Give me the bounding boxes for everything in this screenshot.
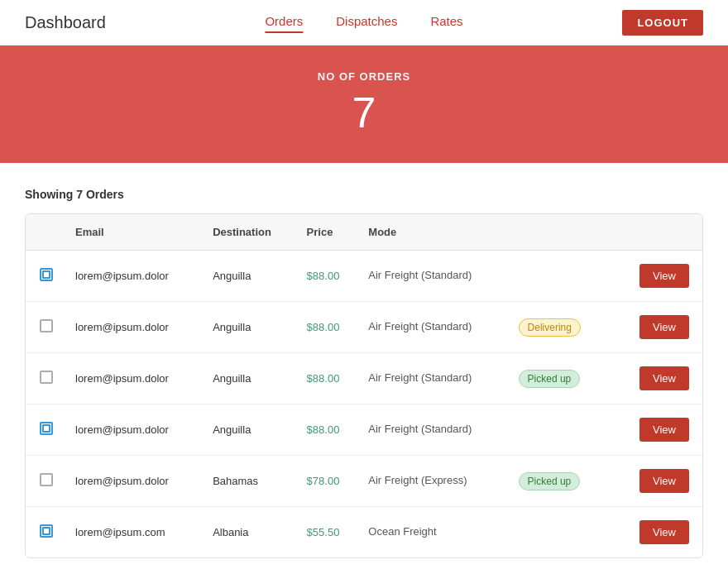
row-status [510, 507, 614, 558]
table-row: lorem@ipsum.dolorAnguilla$88.00Air Freig… [26, 251, 702, 302]
row-email: lorem@ipsum.dolor [67, 404, 204, 456]
checkbox-cell [26, 353, 67, 404]
content-area: Showing 7 Orders Email Destination Price… [0, 179, 728, 574]
row-mode: Air Freight (Standard) [360, 251, 510, 302]
checkbox-cell [26, 404, 67, 456]
row-price: $88.00 [299, 251, 361, 302]
orders-table-container: Email Destination Price Mode lorem@ipsum… [25, 213, 703, 558]
row-action: View [614, 251, 702, 302]
orders-table: Email Destination Price Mode lorem@ipsum… [26, 214, 702, 557]
row-email: lorem@ipsum.com [67, 507, 204, 558]
view-button[interactable]: View [639, 469, 689, 493]
checkbox-cell [26, 251, 67, 302]
row-destination: Anguilla [204, 353, 298, 404]
row-checkbox[interactable] [40, 473, 53, 486]
nav-tabs: OrdersDispatchesRates [265, 14, 462, 31]
showing-label: Showing 7 Orders [25, 188, 703, 201]
row-price: $88.00 [299, 353, 361, 404]
row-action: View [614, 302, 702, 353]
col-destination: Destination [204, 214, 298, 251]
row-email: lorem@ipsum.dolor [67, 456, 204, 507]
row-checkbox[interactable] [40, 319, 53, 332]
row-status: Picked up [510, 353, 614, 404]
row-destination: Anguilla [204, 251, 298, 302]
table-row: lorem@ipsum.dolorAnguilla$88.00Air Freig… [26, 404, 702, 456]
row-action: View [614, 353, 702, 404]
table-row: lorem@ipsum.dolorAnguilla$88.00Air Freig… [26, 353, 702, 404]
row-email: lorem@ipsum.dolor [67, 251, 204, 302]
orders-banner: NO OF ORDERS 7 [0, 45, 728, 163]
row-email: lorem@ipsum.dolor [67, 353, 204, 404]
view-button[interactable]: View [639, 366, 689, 390]
col-status [510, 214, 614, 251]
row-status [510, 251, 614, 302]
row-action: View [614, 404, 702, 456]
banner-count: 7 [0, 91, 728, 134]
table-body: lorem@ipsum.dolorAnguilla$88.00Air Freig… [26, 251, 702, 558]
status-badge: Picked up [519, 472, 581, 490]
checkbox-cell [26, 456, 67, 507]
row-price: $55.50 [299, 507, 361, 558]
row-email: lorem@ipsum.dolor [67, 302, 204, 353]
col-mode: Mode [360, 214, 510, 251]
row-price: $78.00 [299, 456, 361, 507]
table-row: lorem@ipsum.comAlbania$55.50Ocean Freigh… [26, 507, 702, 558]
table-row: lorem@ipsum.dolorBahamas$78.00Air Freigh… [26, 456, 702, 507]
checkbox-cell [26, 302, 67, 353]
row-price: $88.00 [299, 302, 361, 353]
table-header: Email Destination Price Mode [26, 214, 702, 251]
nav-tab-rates[interactable]: Rates [430, 14, 462, 31]
row-status [510, 404, 614, 456]
row-action: View [614, 456, 702, 507]
view-button[interactable]: View [639, 315, 689, 339]
row-status: Delivering [510, 302, 614, 353]
banner-label: NO OF ORDERS [0, 70, 728, 83]
page-title: Dashboard [25, 13, 106, 32]
row-checkbox[interactable] [40, 268, 53, 281]
row-price: $88.00 [299, 404, 361, 456]
row-checkbox[interactable] [40, 422, 53, 435]
row-action: View [614, 507, 702, 558]
row-checkbox[interactable] [40, 524, 53, 538]
checkbox-cell [26, 507, 67, 558]
status-badge: Picked up [519, 370, 581, 388]
status-badge: Delivering [519, 318, 581, 337]
row-mode: Air Freight (Standard) [360, 302, 510, 353]
row-destination: Albania [204, 507, 298, 558]
row-checkbox[interactable] [40, 371, 53, 384]
view-button[interactable]: View [639, 520, 689, 544]
logout-button[interactable]: LOGOUT [622, 10, 703, 36]
row-destination: Anguilla [204, 404, 298, 456]
col-price: Price [299, 214, 361, 251]
table-row: lorem@ipsum.dolorAnguilla$88.00Air Freig… [26, 302, 702, 353]
view-button[interactable]: View [639, 418, 689, 442]
row-destination: Bahamas [204, 456, 298, 507]
row-mode: Air Freight (Standard) [360, 353, 510, 404]
col-email: Email [67, 214, 204, 251]
header: Dashboard OrdersDispatchesRates LOGOUT [0, 0, 728, 45]
row-status: Picked up [510, 456, 614, 507]
nav-tab-orders[interactable]: Orders [265, 14, 303, 31]
row-destination: Anguilla [204, 302, 298, 353]
row-mode: Air Freight (Express) [360, 456, 510, 507]
col-checkbox [26, 214, 67, 251]
view-button[interactable]: View [639, 264, 689, 288]
row-mode: Air Freight (Standard) [360, 404, 510, 456]
nav-tab-dispatches[interactable]: Dispatches [336, 14, 397, 31]
col-action [614, 214, 702, 251]
row-mode: Ocean Freight [360, 507, 510, 558]
